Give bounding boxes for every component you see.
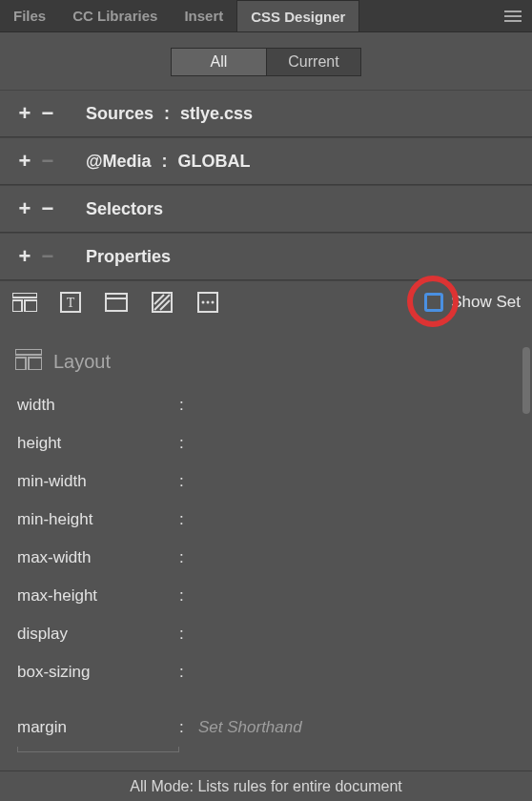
selectors-label: Selectors [86,199,163,219]
show-set-control: Show Set [424,293,521,312]
vertical-scrollbar[interactable] [522,347,530,414]
border-category-icon[interactable] [103,291,130,314]
prop-width[interactable]: width: [17,386,515,424]
property-category-row: T Show Set [0,280,532,322]
prop-max-width[interactable]: max-width: [17,539,515,577]
show-set-checkbox[interactable] [424,293,443,312]
layout-category-icon[interactable] [11,291,38,314]
sources-remove-button[interactable]: − [36,101,59,126]
prop-height[interactable]: height: [17,424,515,462]
sources-label: Sources : stlye.css [86,104,253,124]
mode-toggle-row: All Current [0,32,532,90]
section-properties: + − Properties [0,233,532,280]
section-sources: + − Sources : stlye.css [0,90,532,137]
properties-label: Properties [86,247,171,267]
status-footer: All Mode: Lists rules for entire documen… [0,770,532,801]
prop-display[interactable]: display: [17,615,515,653]
mode-current-button[interactable]: Current [266,48,361,76]
svg-point-17 [212,300,215,303]
layout-heading: Layout [0,322,532,386]
svg-rect-20 [29,358,42,370]
tab-cc-libraries[interactable]: CC Libraries [59,0,171,31]
prop-min-width[interactable]: min-width: [17,462,515,501]
selectors-remove-button[interactable]: − [36,196,59,221]
prop-min-height[interactable]: min-height: [17,501,515,539]
svg-text:T: T [67,296,75,310]
sources-value[interactable]: stlye.css [180,104,253,124]
properties-remove-button: − [36,244,59,269]
properties-add-button[interactable]: + [13,244,36,269]
layout-heading-icon [15,349,42,375]
prop-margin[interactable]: margin : Set Shorthand [17,709,515,747]
tab-files[interactable]: Files [0,0,59,31]
media-remove-button: − [36,149,59,174]
svg-rect-0 [504,10,522,12]
margin-box-partial [17,747,179,752]
media-label: @Media : GLOBAL [86,152,251,172]
svg-rect-3 [12,293,37,298]
mode-segmented-control: All Current [171,48,361,76]
svg-rect-19 [15,358,26,370]
svg-point-16 [207,300,210,303]
svg-rect-5 [25,300,37,312]
prop-box-sizing[interactable]: box-sizing: [17,653,515,691]
svg-rect-2 [504,20,522,22]
svg-rect-18 [15,349,42,355]
section-selectors: + − Selectors [0,185,532,233]
background-category-icon[interactable] [149,291,175,314]
panel-tabbar: Files CC Libraries Insert CSS Designer [0,0,532,32]
sources-add-button[interactable]: + [13,101,36,126]
mode-all-button[interactable]: All [171,48,266,76]
svg-rect-4 [12,300,22,312]
svg-rect-1 [504,15,522,17]
svg-rect-8 [106,294,127,311]
panel-menu-icon[interactable] [494,0,532,31]
more-category-icon[interactable] [194,291,221,314]
margin-shorthand-placeholder[interactable]: Set Shorthand [198,718,302,737]
prop-max-height[interactable]: max-height: [17,577,515,615]
section-media: + − @Media : GLOBAL [0,137,532,185]
svg-point-15 [202,300,205,303]
selectors-add-button[interactable]: + [13,196,36,221]
tab-css-designer[interactable]: CSS Designer [236,0,359,31]
tab-insert[interactable]: Insert [171,0,236,31]
text-category-icon[interactable]: T [57,291,84,314]
layout-property-list: width: height: min-width: min-height: ma… [0,386,532,747]
show-set-label: Show Set [451,293,521,312]
media-add-button[interactable]: + [13,149,36,174]
media-value[interactable]: GLOBAL [178,152,251,172]
